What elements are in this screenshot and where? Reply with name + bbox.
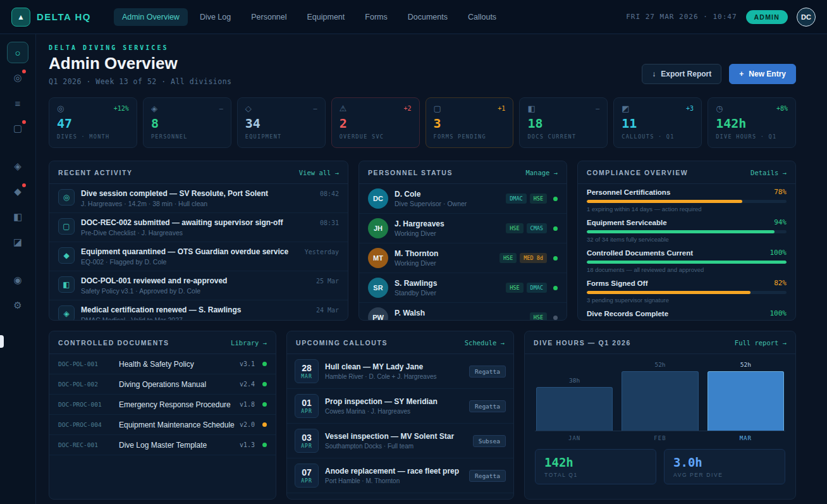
personnel-text: M. Thornton Working Diver bbox=[395, 249, 438, 267]
bar-feb[interactable]: 52h bbox=[622, 360, 698, 431]
document-row[interactable]: DOC-PROC-004 Equipment Maintenance Sched… bbox=[49, 415, 276, 435]
stat-value: 3.0h bbox=[673, 455, 776, 469]
panel-header: PERSONNEL STATUS Manage → bbox=[359, 161, 567, 184]
progress-fill bbox=[587, 200, 742, 203]
kpi-label: DIVES · MONTH bbox=[57, 133, 129, 140]
callout-row[interactable]: 07 APR Anode replacement — race fleet pr… bbox=[287, 458, 513, 493]
kpi-label: FORMS PENDING bbox=[434, 133, 506, 140]
avatar: DC bbox=[368, 188, 388, 209]
cert-badge: HSE bbox=[506, 223, 523, 233]
header-actions: ↓Export Report +New Entry bbox=[642, 64, 796, 84]
details-link[interactable]: Details → bbox=[750, 169, 787, 176]
view-all-link[interactable]: View all → bbox=[299, 169, 339, 176]
activity-row[interactable]: ◎ Dive session completed — SV Resolute, … bbox=[49, 184, 348, 213]
chart-x-axis: JAN FEB MAR bbox=[535, 431, 785, 441]
sidebar-dive-log-icon[interactable]: ◎ bbox=[7, 67, 28, 89]
kpi-equipment[interactable]: ◇– 34 EQUIPMENT bbox=[237, 97, 326, 148]
document-row[interactable]: DOC-PROC-001 Emergency Response Procedur… bbox=[49, 395, 276, 415]
avatar: SR bbox=[368, 278, 388, 298]
callout-date: 07 APR bbox=[295, 464, 319, 488]
status-dot bbox=[262, 402, 267, 407]
personnel-row[interactable]: DC D. Cole Dive Supervisor · Owner DMAC … bbox=[359, 184, 567, 214]
activity-time: 08:42 bbox=[320, 189, 339, 197]
personnel-role: Diver / Tender bbox=[395, 319, 436, 321]
nav-personnel[interactable]: Personnel bbox=[243, 8, 295, 26]
nav-callouts[interactable]: Callouts bbox=[460, 8, 505, 26]
nav-equipment[interactable]: Equipment bbox=[299, 8, 353, 26]
activity-text: Dive session completed — SV Resolute, Po… bbox=[81, 189, 268, 207]
nav-dive-log[interactable]: Dive Log bbox=[192, 8, 239, 26]
progress-track bbox=[587, 230, 787, 233]
sidebar-callouts-icon[interactable]: ◉ bbox=[7, 269, 28, 291]
activity-row[interactable]: ▢ DOC-REC-002 submitted — awaiting super… bbox=[49, 213, 348, 242]
sidebar-overview-icon[interactable]: ○ bbox=[7, 42, 28, 63]
nav-documents[interactable]: Documents bbox=[400, 8, 456, 26]
nav-forms[interactable]: Forms bbox=[357, 8, 395, 26]
callout-text: Prop inspection — SY Meridian Cowes Mari… bbox=[325, 397, 438, 415]
document-row[interactable]: DOC-POL-001 Health & Safety Policy v3.1 bbox=[49, 354, 276, 374]
avatar: PW bbox=[368, 307, 388, 321]
sidebar-activity-icon[interactable]: ≡ bbox=[7, 92, 28, 114]
personnel-row[interactable]: SR S. Rawlings Standby Diver HSE DMAC bbox=[359, 273, 567, 303]
personnel-name: S. Rawlings bbox=[395, 279, 437, 288]
kpi-docs-current[interactable]: ◧– 18 DOCS CURRENT bbox=[519, 97, 608, 148]
bar-mar[interactable]: 52h bbox=[708, 360, 784, 431]
document-version: v1.8 bbox=[240, 401, 255, 408]
personnel-name: P. Walsh bbox=[395, 309, 436, 317]
personnel-row[interactable]: PW P. Walsh Diver / Tender HSE bbox=[359, 303, 567, 321]
kpi-dive-hours-q1[interactable]: ◷+8% 142h DIVE HOURS · Q1 bbox=[708, 97, 796, 148]
cert-badge: CMAS bbox=[527, 223, 547, 233]
bar bbox=[708, 371, 784, 431]
kpi-personnel[interactable]: ◈– 8 PERSONNEL bbox=[143, 97, 231, 148]
sidebar-records-icon[interactable]: ◪ bbox=[7, 231, 28, 253]
callout-day: 28 bbox=[302, 364, 312, 372]
callout-month: MAR bbox=[301, 374, 312, 379]
activity-row[interactable]: ◆ Equipment quarantined — OTS Guardian o… bbox=[49, 242, 348, 271]
kpi-overdue-svc[interactable]: ⚠+2 2 OVERDUE SVC bbox=[331, 97, 420, 148]
compliance-percent: 78% bbox=[774, 188, 787, 196]
callout-day: 03 bbox=[302, 433, 312, 442]
compliance-caption: 32 of 34 items fully serviceable bbox=[587, 236, 787, 243]
new-entry-button[interactable]: +New Entry bbox=[729, 64, 796, 84]
compliance-label: Controlled Documents Current bbox=[587, 249, 693, 257]
personnel-row[interactable]: MT M. Thornton Working Diver HSE MED 8d bbox=[359, 243, 567, 273]
sidebar-settings-icon[interactable]: ⚙ bbox=[7, 295, 28, 316]
kpi-value: 34 bbox=[245, 116, 317, 131]
cert-badge: DMAC bbox=[506, 194, 526, 204]
library-link[interactable]: Library → bbox=[231, 339, 267, 347]
sidebar-equipment-icon[interactable]: ◆ bbox=[7, 181, 28, 202]
nav-admin-overview[interactable]: Admin Overview bbox=[114, 8, 188, 26]
compliance-item: Forms Signed Off82% 3 pending supervisor… bbox=[587, 279, 787, 304]
export-report-button[interactable]: ↓Export Report bbox=[642, 64, 721, 84]
kpi-label: OVERDUE SVC bbox=[340, 133, 412, 140]
schedule-link[interactable]: Schedule → bbox=[465, 339, 505, 347]
manage-link[interactable]: Manage → bbox=[525, 169, 558, 176]
dive-hours-bar-chart: 38h 52h 52h bbox=[535, 360, 785, 431]
page-subtitle: Q1 2026 · Week 13 of 52 · All divisions bbox=[49, 77, 232, 86]
sidebar-personnel-icon[interactable]: ◈ bbox=[7, 156, 28, 177]
activity-row[interactable]: ◈ Medical certification renewed — S. Raw… bbox=[49, 300, 348, 321]
activity-row[interactable]: ◧ DOC-POL-001 reviewed and re-approved S… bbox=[49, 271, 348, 300]
personnel-row[interactable]: JH J. Hargreaves Working Diver HSE CMAS bbox=[359, 214, 567, 243]
callout-row[interactable]: 28 MAR Hull clean — MY Lady Jane Hamble … bbox=[287, 354, 513, 389]
compliance-item: Controlled Documents Current100% 18 docu… bbox=[587, 249, 787, 273]
kpi-forms-pending[interactable]: ▢+1 3 FORMS PENDING bbox=[426, 97, 514, 148]
callout-text: Anode replacement — race fleet prep Port… bbox=[325, 467, 459, 484]
document-row[interactable]: DOC-POL-002 Diving Operations Manual v2.… bbox=[49, 374, 276, 395]
status-dot bbox=[553, 197, 558, 201]
kpi-label: DOCS CURRENT bbox=[527, 133, 599, 140]
kpi-callouts-q1[interactable]: ◩+3 11 CALLOUTS · Q1 bbox=[613, 97, 702, 148]
brand-logo-icon[interactable]: ▲ bbox=[11, 8, 30, 27]
document-row[interactable]: DOC-REC-001 Dive Log Master Template v1.… bbox=[49, 435, 276, 455]
bar-jan[interactable]: 38h bbox=[536, 360, 613, 431]
user-avatar[interactable]: DC bbox=[797, 8, 816, 27]
activity-time: 25 Mar bbox=[316, 276, 339, 285]
callout-row[interactable]: 01 APR Prop inspection — SY Meridian Cow… bbox=[287, 389, 513, 424]
full-report-link[interactable]: Full report → bbox=[735, 339, 787, 347]
sidebar-documents-icon[interactable]: ◧ bbox=[7, 206, 28, 228]
activity-title: Medical certification renewed — S. Rawli… bbox=[81, 305, 241, 314]
sidebar-forms-icon[interactable]: ▢ bbox=[7, 118, 28, 139]
kpi-dives-month[interactable]: ◎+12% 47 DIVES · MONTH bbox=[49, 97, 137, 148]
export-report-label: Export Report bbox=[661, 70, 711, 78]
callout-row[interactable]: 03 APR Vessel inspection — MV Solent Sta… bbox=[287, 424, 513, 458]
